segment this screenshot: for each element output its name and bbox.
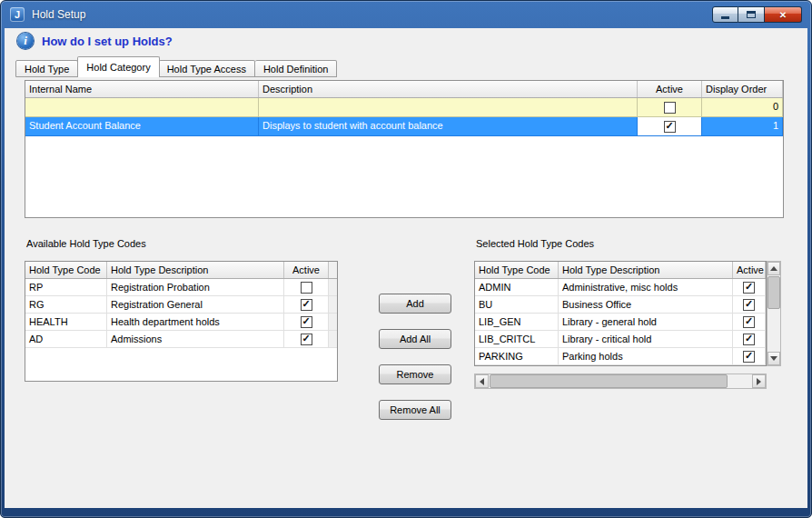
column-header-hold-type-description[interactable]: Hold Type Description (559, 262, 733, 278)
grid-header-row: Hold Type Code Hold Type Description Act… (25, 262, 337, 279)
active-checkbox[interactable] (743, 282, 755, 294)
cell-description[interactable]: Registration Probation (107, 279, 284, 296)
column-header-hold-type-code[interactable]: Hold Type Code (25, 262, 107, 278)
app-icon: J (10, 7, 25, 22)
cell-description[interactable]: Library - critical hold (559, 331, 733, 348)
row-filler (329, 331, 337, 348)
cell-code[interactable]: LIB_CRITCL (475, 331, 559, 348)
table-row[interactable]: HEALTH Health department holds (25, 314, 337, 331)
cell-active (733, 348, 766, 365)
cell-description[interactable]: Parking holds (559, 348, 733, 365)
cell-code[interactable]: ADMIN (475, 279, 559, 296)
arrow-right-icon (757, 378, 761, 385)
new-entry-row[interactable]: 0 (25, 98, 783, 117)
table-row[interactable]: BU Business Office (475, 296, 766, 314)
tab-hold-type-access[interactable]: Hold Type Access (159, 60, 255, 77)
add-button[interactable]: Add (379, 294, 451, 314)
selected-category-row[interactable]: Student Account Balance Displays to stud… (25, 117, 783, 136)
remove-all-button[interactable]: Remove All (379, 400, 451, 420)
tab-hold-definition[interactable]: Hold Definition (255, 60, 338, 77)
cell-code[interactable]: RP (25, 279, 107, 296)
help-link[interactable]: How do I set up Holds? (42, 35, 173, 48)
table-row[interactable]: RG Registration General (25, 296, 337, 314)
cell-display-order[interactable]: 1 (702, 117, 783, 136)
row-filler (329, 279, 337, 296)
cell-code[interactable]: BU (475, 296, 559, 314)
hold-category-grid: Internal Name Description Active Display… (25, 80, 784, 218)
remove-button[interactable]: Remove (379, 364, 451, 384)
cell-code[interactable]: PARKING (475, 348, 559, 365)
active-checkbox[interactable] (743, 351, 755, 363)
maximize-icon (747, 11, 756, 18)
title-bar[interactable]: J Hold Setup ✕ (1, 1, 811, 28)
cell-code[interactable]: LIB_GEN (475, 314, 559, 331)
active-checkbox[interactable] (743, 334, 755, 345)
active-checkbox[interactable] (301, 316, 312, 328)
cell-code[interactable]: AD (25, 331, 107, 348)
vertical-scrollbar[interactable] (767, 261, 781, 366)
info-icon[interactable]: i (17, 33, 34, 49)
cell-code[interactable]: RG (25, 296, 107, 314)
hold-setup-window: J Hold Setup ✕ i How do I set up Holds? … (0, 0, 812, 518)
horizontal-scrollbar[interactable] (474, 374, 767, 389)
table-row[interactable]: AD Admissions (25, 331, 337, 348)
cell-description[interactable]: Health department holds (107, 314, 284, 331)
cell-internal-name[interactable]: Student Account Balance (25, 117, 259, 136)
column-header-active[interactable]: Active (638, 81, 702, 97)
table-row[interactable]: LIB_GEN Library - general hold (475, 314, 766, 331)
cell-active (284, 331, 329, 348)
cell-active (638, 98, 702, 117)
cell-description[interactable]: Registration General (107, 296, 284, 314)
column-header-active[interactable]: Active (284, 262, 329, 278)
maximize-button[interactable] (738, 6, 765, 23)
minimize-button[interactable] (712, 6, 738, 23)
dialog-content: i How do I set up Holds? Hold Type Hold … (5, 28, 807, 508)
active-checkbox[interactable] (301, 282, 312, 294)
cell-code[interactable]: HEALTH (25, 314, 107, 331)
cell-description[interactable]: Administrative, misc holds (559, 279, 733, 296)
column-header-active[interactable]: Active (733, 262, 766, 278)
arrow-left-icon (480, 378, 484, 385)
selected-codes-grid: Hold Type Code Hold Type Description Act… (474, 261, 767, 366)
cell-description[interactable]: Displays to student with account balance (259, 117, 638, 136)
scroll-up-button[interactable] (767, 262, 780, 275)
tab-strip: Hold Type Hold Category Hold Type Access… (15, 56, 337, 77)
vertical-scroll-thumb[interactable] (767, 276, 780, 309)
row-filler (329, 314, 337, 331)
close-icon: ✕ (779, 10, 787, 20)
grid-header-row: Internal Name Description Active Display… (25, 81, 783, 98)
active-checkbox[interactable] (743, 299, 755, 311)
column-header-description[interactable]: Description (259, 81, 638, 97)
tab-hold-type[interactable]: Hold Type (15, 60, 78, 77)
column-header-hold-type-code[interactable]: Hold Type Code (475, 262, 559, 278)
scroll-down-button[interactable] (767, 352, 780, 365)
table-row[interactable]: RP Registration Probation (25, 279, 337, 296)
cell-description[interactable]: Business Office (559, 296, 733, 314)
active-checkbox[interactable] (664, 121, 676, 133)
tab-hold-category[interactable]: Hold Category (77, 56, 159, 77)
close-button[interactable]: ✕ (765, 6, 802, 23)
cell-active (284, 296, 329, 314)
active-checkbox[interactable] (664, 102, 676, 114)
cell-display-order[interactable]: 0 (702, 98, 783, 117)
table-row[interactable]: LIB_CRITCL Library - critical hold (475, 331, 766, 348)
selected-codes-label: Selected Hold Type Codes (476, 238, 594, 249)
table-row[interactable]: ADMIN Administrative, misc holds (475, 279, 766, 296)
table-row[interactable]: PARKING Parking holds (475, 348, 766, 365)
active-checkbox[interactable] (743, 316, 755, 328)
active-checkbox[interactable] (301, 299, 312, 311)
cell-description[interactable] (259, 98, 638, 117)
cell-active (733, 279, 766, 296)
scroll-left-button[interactable] (475, 374, 489, 388)
cell-description[interactable]: Admissions (107, 331, 284, 348)
active-checkbox[interactable] (301, 334, 312, 345)
column-header-internal-name[interactable]: Internal Name (25, 81, 259, 97)
scroll-right-button[interactable] (752, 374, 766, 388)
cell-description[interactable]: Library - general hold (559, 314, 733, 331)
horizontal-scroll-thumb[interactable] (490, 374, 728, 388)
cell-internal-name[interactable] (25, 98, 259, 117)
column-header-hold-type-description[interactable]: Hold Type Description (107, 262, 284, 278)
column-header-display-order[interactable]: Display Order (702, 81, 783, 97)
arrow-down-icon (770, 356, 777, 361)
add-all-button[interactable]: Add All (379, 329, 451, 349)
